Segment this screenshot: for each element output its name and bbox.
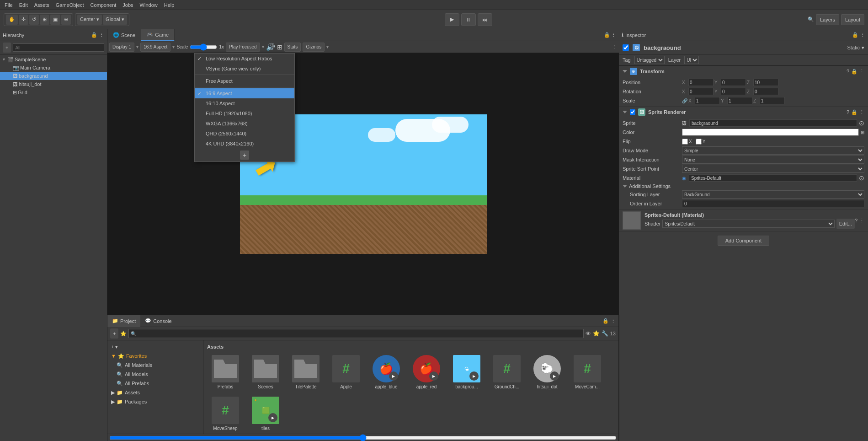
sorting-layer-select[interactable]: BackGround [682, 190, 864, 199]
asset-apple-red[interactable]: 🍎 ▶ apple_red [408, 353, 445, 391]
menu-assets[interactable]: Assets [32, 1, 52, 9]
play-focused-btn[interactable]: Play Focused [226, 43, 260, 52]
transform-dots-icon[interactable]: ⋮ [859, 69, 864, 75]
sprite-input[interactable] [689, 119, 857, 127]
layers-dropdown[interactable]: Layers [816, 14, 839, 25]
dropdown-item-169[interactable]: 16:9 Aspect [195, 88, 294, 98]
scale-x-input[interactable] [695, 97, 720, 104]
asset-backgraound[interactable]: 🌤 ▶ backgrou... [448, 353, 485, 391]
sidebar-all-materials[interactable]: 🔍 All Materials [107, 360, 203, 370]
rotate-tool[interactable]: ↺ [29, 15, 39, 25]
flip-x-checkbox[interactable] [682, 139, 688, 145]
gizmos-btn[interactable]: Gizmos [303, 43, 325, 52]
sprite-renderer-enabled[interactable] [630, 109, 635, 115]
toolbar-dots[interactable]: ⋮ [612, 44, 617, 49]
tab-console[interactable]: 💬 Console [140, 315, 176, 327]
hierarchy-search[interactable] [13, 43, 104, 52]
menu-help[interactable]: Help [161, 1, 177, 9]
star-filter-icon[interactable]: ⭐ [593, 330, 600, 337]
menu-component[interactable]: Component [87, 1, 119, 9]
pos-y-input[interactable] [721, 79, 746, 86]
stats-btn[interactable]: Stats [284, 43, 301, 52]
layer-select[interactable]: UI [684, 56, 699, 64]
menu-jobs[interactable]: Jobs [120, 1, 136, 9]
pivot-btn[interactable]: Center ▾ [77, 15, 102, 25]
sprite-renderer-header[interactable]: 🖼 Sprite Renderer ? 🔒 ⋮ [619, 107, 868, 118]
rect-tool[interactable]: ▣ [50, 15, 60, 25]
menu-gameobject[interactable]: GameObject [53, 1, 87, 9]
hand-tool[interactable]: ✋ [6, 15, 18, 25]
move-tool[interactable]: ✛ [19, 15, 28, 25]
pos-z-input[interactable] [753, 79, 778, 86]
layout-dropdown[interactable]: Layout [841, 14, 864, 25]
menu-edit[interactable]: Edit [16, 1, 31, 9]
sprite-sort-point-select[interactable]: Center [682, 165, 864, 173]
scale-y-input[interactable] [727, 97, 752, 104]
dropdown-item-wxga[interactable]: WXGA (1366x768) [195, 118, 294, 129]
filter-icon[interactable]: 🔧 [602, 330, 608, 337]
inspector-dots-icon[interactable]: ⋮ [860, 32, 865, 38]
sprite-renderer-dots-icon[interactable]: ⋮ [859, 109, 864, 115]
sidebar-assets[interactable]: ▶ 📁 Assets [107, 388, 203, 397]
add-component-btn[interactable]: Add Component [718, 236, 770, 246]
tab-project[interactable]: 📁 Project [107, 315, 140, 327]
color-expand-icon[interactable]: ⊞ [861, 130, 864, 135]
aspect-button[interactable]: 16:9 Aspect [140, 43, 170, 52]
flip-y-checkbox[interactable] [696, 139, 702, 145]
menu-window[interactable]: Window [137, 1, 160, 9]
order-in-layer-input[interactable] [682, 200, 864, 207]
tab-game[interactable]: 🎮 Game [141, 29, 175, 41]
material-input[interactable] [689, 174, 857, 182]
project-add-btn[interactable]: + [110, 328, 118, 339]
asset-movesheep[interactable]: # MoveSheep [207, 395, 244, 433]
mute-icon[interactable]: 🔊 [266, 43, 275, 51]
rot-x-input[interactable] [688, 88, 714, 95]
color-picker[interactable] [682, 129, 859, 136]
scale-slider[interactable] [190, 44, 217, 50]
play-button[interactable]: ▶ [445, 13, 459, 26]
multi-tool[interactable]: ⊕ [61, 15, 71, 25]
sprite-picker-icon[interactable]: ⊙ [859, 119, 864, 127]
asset-groundch[interactable]: # GroundCh... [489, 353, 525, 391]
tree-item-grid[interactable]: ⊞ Grid [0, 88, 107, 97]
global-btn[interactable]: Global ▾ [103, 15, 127, 25]
search-icon[interactable]: 🔍 [808, 16, 814, 22]
eye-icon[interactable]: 👁 [586, 330, 591, 337]
asset-hitsuji[interactable]: 🐑 ▶ hitsuji_dot [529, 353, 565, 391]
draw-mode-select[interactable]: Simple [682, 146, 864, 155]
dropdown-item-free[interactable]: Free Aspect [195, 76, 294, 86]
tree-item-hitsuji[interactable]: 🖼 hitsuji_dot [0, 80, 107, 88]
material-picker-icon[interactable]: ⊙ [859, 174, 864, 182]
scale-z-input[interactable] [760, 97, 785, 104]
tag-select[interactable]: Untagged [634, 56, 665, 64]
sidebar-add-btn[interactable]: + ▾ [107, 342, 203, 351]
mask-interaction-select[interactable]: None [682, 156, 864, 164]
hierarchy-add-btn[interactable]: + [3, 43, 11, 53]
tab-dots-icon[interactable]: ⋮ [611, 32, 616, 38]
grid-display-icon[interactable]: ⊞ [277, 43, 282, 51]
asset-tilepalette[interactable]: TilePalette [288, 353, 324, 391]
sidebar-all-models[interactable]: 🔍 All Models [107, 370, 203, 379]
asset-apple[interactable]: # Apple [328, 353, 364, 391]
pause-button[interactable]: ⏸ [461, 13, 476, 26]
asset-tiles[interactable]: 🟩 🔸 ▶ tiles [247, 395, 284, 433]
dropdown-item-fullhd[interactable]: Full HD (1920x1080) [195, 108, 294, 118]
tab-scene[interactable]: 🌐 Scene [107, 29, 141, 41]
asset-apple-blue[interactable]: 🍎 ▶ apple_blue [368, 353, 405, 391]
material-dots-icon[interactable]: ⋮ [859, 218, 864, 224]
sidebar-all-prefabs[interactable]: 🔍 All Prefabs [107, 379, 203, 388]
transform-header[interactable]: ⊕ Transform ? 🔒 ⋮ [619, 66, 868, 77]
dropdown-item-qhd[interactable]: QHD (2560x1440) [195, 129, 294, 139]
project-zoom-slider[interactable] [109, 436, 617, 440]
shader-select[interactable]: Sprites/Default [662, 220, 834, 228]
tree-item-maincamera[interactable]: 📷 Main Camera [0, 64, 107, 72]
tree-item-backgraound[interactable]: 🖼 backgraound [0, 72, 107, 80]
dropdown-item-low-res[interactable]: Low Resolution Aspect Ratios [195, 54, 294, 64]
pos-x-input[interactable] [688, 79, 714, 86]
additional-settings-header[interactable]: Additional Settings [619, 183, 868, 190]
scale-tool[interactable]: ⊞ [40, 15, 49, 25]
rot-y-input[interactable] [721, 88, 746, 95]
asset-prefabs[interactable]: Prefabs [207, 353, 244, 391]
dropdown-item-4k[interactable]: 4K UHD (3840x2160) [195, 139, 294, 149]
asset-scenes[interactable]: Scenes [247, 353, 284, 391]
